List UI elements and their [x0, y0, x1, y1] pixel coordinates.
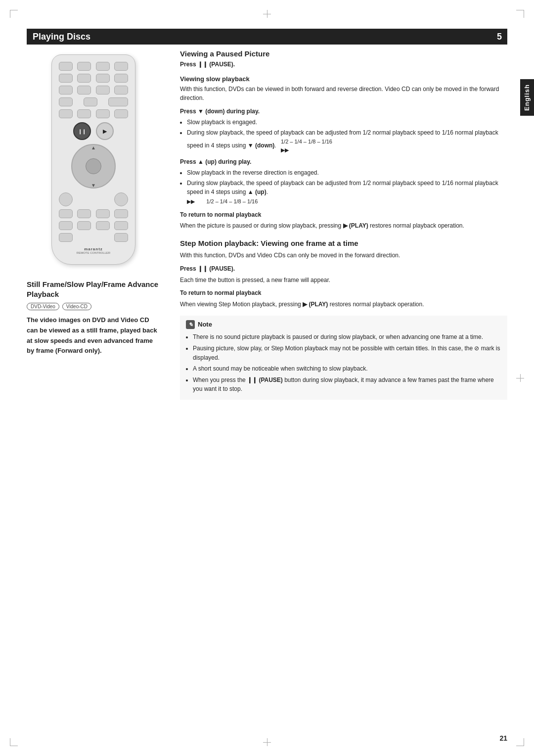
main-content: ❙❙ ▶ ▲ ▼ — [27, 49, 507, 726]
remote-btn-20 — [77, 209, 91, 218]
press-down-bold: Press ▼ (down) during play. — [180, 108, 260, 115]
remote-row-5 — [59, 109, 128, 118]
remote-btn-wide — [108, 97, 128, 106]
viewing-paused-press: Press ❙❙ (PAUSE). — [180, 60, 507, 69]
remote-side-btn-left — [59, 192, 73, 206]
dpad-ring: ▲ ▼ — [71, 144, 116, 189]
dpad-center — [86, 158, 101, 174]
viewing-paused-press-text: Press ❙❙ (PAUSE). — [180, 61, 235, 68]
note-list: There is no sound picture playback is pa… — [193, 332, 501, 394]
press-up-bullet1: Slow playback in the reverse direction i… — [187, 168, 507, 178]
remote-dpad: ▲ ▼ — [71, 144, 116, 189]
remote-btn-12 — [114, 86, 128, 94]
remote-pause-button: ❙❙ — [73, 122, 91, 140]
left-bottom-section: Still Frame/Slow Play/Frame Advance Play… — [27, 280, 160, 356]
corner-mark-br — [516, 738, 524, 746]
remote-btn-27 — [59, 233, 73, 242]
step-motion-body: With this function, DVDs and Video CDs c… — [180, 251, 507, 260]
remote-btn-28 — [114, 233, 128, 242]
remote-controller-image: ❙❙ ▶ ▲ ▼ — [44, 54, 143, 265]
corner-mark-tl — [10, 10, 18, 18]
remote-sub-label: REMOTE CONTROLLER — [59, 251, 128, 254]
badge-dvd-video: DVD-Video — [27, 303, 59, 310]
press-pause-step-bold: Press ❙❙ (PAUSE). — [180, 265, 235, 272]
remote-btn-5 — [59, 74, 73, 83]
left-column: ❙❙ ▶ ▲ ▼ — [27, 49, 170, 726]
remote-btn-25 — [96, 221, 110, 230]
remote-btn-4 — [114, 62, 128, 71]
right-column: Viewing a Paused Picture Press ❙❙ (PAUSE… — [170, 49, 507, 726]
ff-symbol-up: ▶▶ — [187, 198, 195, 204]
speed-numbers-down: 1/2 – 1/4 – 1/8 – 1/16 — [281, 139, 332, 144]
return-normal2-body: When viewing Step Motion playback, press… — [180, 300, 507, 309]
note-label: Note — [198, 320, 212, 330]
remote-side-btn-right — [114, 192, 128, 206]
remote-btn-2 — [77, 62, 91, 71]
remote-row-1 — [59, 62, 128, 71]
remote-btn-16 — [77, 109, 91, 118]
press-pause-step-heading: Press ❙❙ (PAUSE). — [180, 264, 507, 274]
remote-btn-13 — [59, 97, 73, 106]
remote-row-7 — [59, 221, 128, 230]
remote-mid-row: ❙❙ ▶ — [59, 122, 128, 140]
return-normal1-heading: To return to normal playback — [180, 210, 507, 220]
press-up-heading: Press ▲ (up) during play. — [180, 157, 507, 167]
note-item-2: Pausing picture, slow play, or Step Moti… — [193, 344, 501, 362]
press-down-bullet2: During slow playback, the speed of playb… — [187, 128, 507, 154]
remote-row-2 — [59, 74, 128, 83]
remote-play-button: ▶ — [96, 122, 114, 140]
press-down-bullet1: Slow playback is engaged. — [187, 118, 507, 127]
remote-btn-24 — [77, 221, 91, 230]
remote-btn-18 — [114, 109, 128, 118]
viewing-slow-body: With this function, DVDs can be viewed i… — [180, 85, 507, 103]
return-normal1-body: When the picture is paused or during slo… — [180, 221, 507, 231]
press-pause-step-body: Each time the button is pressed, a new f… — [180, 276, 507, 285]
remote-btn-11 — [96, 86, 110, 94]
remote-btn-23 — [59, 221, 73, 230]
remote-btn-9 — [59, 86, 73, 94]
remote-btn-6 — [77, 74, 91, 83]
press-down-heading: Press ▼ (down) during play. — [180, 107, 507, 116]
remote-btn-10 — [77, 86, 91, 94]
speed-values-down: 1/2 – 1/4 – 1/8 – 1/16 ▶▶ — [281, 138, 332, 154]
return-normal1-bold: To return to normal playback — [180, 211, 261, 218]
press-up-bullet2: During slow playback, the speed of playb… — [187, 179, 507, 206]
press-down-list: Slow playback is engaged. During slow pl… — [187, 118, 507, 154]
remote-btn-1 — [59, 62, 73, 71]
step-motion-title: Step Motion playback: Viewing one frame … — [180, 238, 507, 248]
page-title: Playing Discs — [33, 32, 90, 42]
remote-btn-14 — [84, 97, 97, 106]
remote-btn-22 — [114, 209, 128, 218]
remote-btn-21 — [96, 209, 110, 218]
viewing-slow-title: Viewing slow playback — [180, 75, 507, 83]
note-item-4: When you press the ❙❙ (PAUSE) button dur… — [193, 376, 501, 394]
remote-btn-3 — [96, 62, 110, 71]
note-item-1: There is no sound picture playback is pa… — [193, 332, 501, 342]
remote-side-btns — [59, 192, 128, 206]
ff-symbol-down: ▶▶ — [281, 147, 289, 153]
remote-btn-26 — [114, 221, 128, 230]
press-up-list: Slow playback in the reverse direction i… — [187, 168, 507, 206]
remote-btn-7 — [96, 74, 110, 83]
remote-btn-8 — [114, 74, 128, 83]
note-box: ✎ Note There is no sound picture playbac… — [180, 316, 507, 400]
header-bar: Playing Discs — [27, 29, 507, 45]
page-number-bottom: 21 — [499, 734, 507, 742]
remote-row-8 — [59, 233, 128, 242]
note-icon: ✎ — [186, 320, 195, 329]
page-number-top: 5 — [491, 29, 507, 45]
center-cross-bottom — [263, 738, 271, 746]
english-tab: English — [520, 79, 534, 116]
badge-row: DVD-Video Video-CD — [27, 303, 160, 310]
left-body-text: The video images on DVD and Video CD can… — [27, 315, 160, 356]
center-cross-top — [263, 10, 271, 18]
left-section-title: Still Frame/Slow Play/Frame Advance Play… — [27, 280, 160, 299]
note-title: ✎ Note — [186, 320, 501, 330]
center-cross-right — [516, 374, 524, 382]
badge-video-cd: Video-CD — [62, 303, 91, 310]
remote-row-6 — [59, 209, 128, 218]
corner-mark-bl — [10, 738, 18, 746]
remote-btn-15 — [59, 109, 73, 118]
speed-values-up: 1/2 – 1/4 – 1/8 – 1/16 — [206, 198, 258, 204]
pause-icon: ❙❙ — [78, 129, 86, 134]
